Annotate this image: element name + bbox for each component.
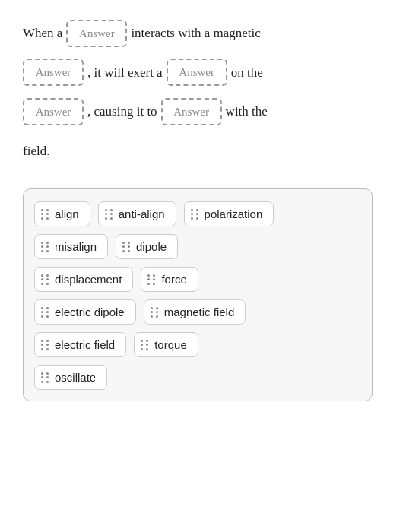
- text-it-will: , it will exert a: [87, 55, 163, 91]
- drag-item-label-dipole: dipole: [136, 240, 167, 253]
- drag-item-label-torque: torque: [154, 338, 187, 351]
- drag-item-label-electric-field: electric field: [55, 338, 115, 351]
- text-interacts: interacts with a magnetic: [131, 15, 260, 52]
- drag-item-electric-field[interactable]: electric field: [34, 332, 126, 357]
- drag-row-3: electric dipolemagnetic field: [34, 299, 361, 325]
- answer-box-3[interactable]: Answer: [167, 59, 227, 86]
- sentence-line-4: field.: [23, 133, 383, 180]
- drag-row-4: electric fieldtorque: [34, 332, 361, 357]
- drag-item-label-displacement: displacement: [55, 273, 122, 286]
- drag-handle-icon: [122, 242, 132, 252]
- drag-item-displacement[interactable]: displacement: [34, 267, 133, 292]
- drag-item-label-polarization: polarization: [205, 207, 263, 220]
- drag-item-label-force: force: [161, 273, 186, 286]
- drag-item-force[interactable]: force: [141, 267, 198, 292]
- drag-handle-icon: [191, 209, 200, 220]
- drag-handle-icon: [151, 307, 160, 318]
- drag-row-2: displacementforce: [34, 267, 361, 292]
- sentence-line-3: Answer , causing it to Answer with the: [23, 93, 383, 130]
- drag-row-5: oscillate: [34, 365, 361, 390]
- drag-item-label-misalign: misalign: [55, 240, 97, 253]
- drag-handle-icon: [41, 274, 50, 285]
- drag-handle-icon: [41, 307, 50, 318]
- drag-item-label-electric-dipole: electric dipole: [55, 306, 125, 318]
- drag-item-magnetic-field[interactable]: magnetic field: [144, 299, 246, 325]
- text-field: field.: [23, 133, 49, 169]
- drag-item-align[interactable]: align: [34, 201, 90, 226]
- text-on-the: on the: [231, 55, 263, 91]
- sentence-line-1: When a Answer interacts with a magnetic: [23, 15, 383, 52]
- drag-item-anti-align[interactable]: anti-align: [98, 201, 176, 226]
- text-causing-it: , causing it to: [87, 93, 157, 130]
- drag-item-polarization[interactable]: polarization: [184, 201, 274, 226]
- answer-box-5[interactable]: Answer: [161, 98, 222, 125]
- answer-box-1[interactable]: Answer: [66, 20, 127, 47]
- drag-handle-icon: [141, 340, 150, 350]
- drag-item-torque[interactable]: torque: [134, 332, 198, 357]
- drag-handle-icon: [41, 242, 50, 252]
- drag-item-label-align: align: [55, 207, 79, 220]
- drag-item-label-oscillate: oscillate: [55, 371, 96, 384]
- drag-row-1: misaligndipole: [34, 234, 361, 259]
- drag-item-oscillate[interactable]: oscillate: [34, 365, 107, 390]
- drag-handle-icon: [147, 274, 157, 285]
- sentence-area: When a Answer interacts with a magnetic …: [23, 15, 383, 179]
- drag-item-label-magnetic-field: magnetic field: [164, 306, 235, 318]
- drag-handle-icon: [41, 372, 50, 383]
- drag-item-dipole[interactable]: dipole: [116, 234, 178, 259]
- sentence-line-2: Answer , it will exert a Answer on the: [23, 55, 383, 91]
- drag-handle-icon: [105, 209, 114, 220]
- drag-handle-icon: [41, 209, 50, 220]
- answer-box-4[interactable]: Answer: [23, 98, 84, 125]
- drag-item-electric-dipole[interactable]: electric dipole: [34, 299, 136, 325]
- answer-box-2[interactable]: Answer: [23, 59, 84, 86]
- drag-row-0: alignanti-alignpolarization: [34, 201, 361, 226]
- drag-item-misalign[interactable]: misalign: [34, 234, 108, 259]
- drag-area: alignanti-alignpolarizationmisaligndipol…: [23, 188, 373, 401]
- text-with-the: with the: [226, 93, 268, 130]
- drag-handle-icon: [41, 340, 50, 350]
- text-when-a: When a: [23, 15, 62, 52]
- drag-item-label-anti-align: anti-align: [119, 207, 165, 220]
